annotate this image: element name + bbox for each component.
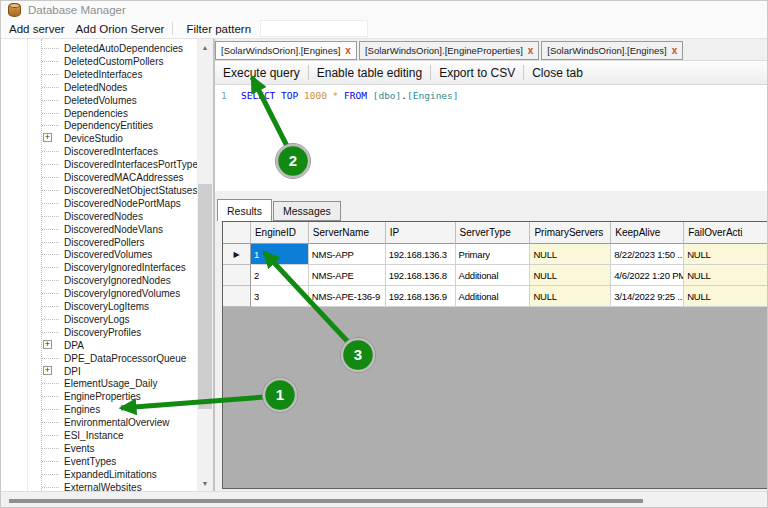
tab-results[interactable]: Results: [217, 199, 272, 221]
close-tab-icon[interactable]: x: [528, 46, 534, 56]
column-header-ip[interactable]: IP: [386, 222, 456, 244]
tree-item-discoveryignorednodes[interactable]: DiscoveryIgnoredNodes: [1, 274, 213, 287]
tree-item-discoveryignoredinterfaces[interactable]: DiscoveryIgnoredInterfaces: [1, 261, 213, 274]
tree-item-discoverylogitems[interactable]: DiscoveryLogItems: [1, 300, 213, 313]
grid-cell[interactable]: 192.168.136.9: [386, 286, 456, 307]
grid-cell[interactable]: 8/22/2023 1:50 ...: [611, 244, 684, 265]
scroll-down-icon[interactable]: ▼: [197, 475, 213, 491]
row-header[interactable]: ▶: [223, 244, 251, 265]
tree-item-deletedvolumes[interactable]: DeletedVolumes: [1, 94, 213, 107]
tree-item-discoverednetobjectstatuses[interactable]: DiscoveredNetObjectStatuses: [1, 184, 213, 197]
grid-cell[interactable]: Additional: [456, 286, 531, 307]
tree-item-discoveredpollers[interactable]: DiscoveredPollers: [1, 236, 213, 249]
sql-token-number: 1000: [304, 90, 327, 101]
doc-tab-2[interactable]: [SolarWindsOrion].[Engines]x: [541, 41, 683, 60]
tree-connector: [42, 242, 59, 243]
tree-item-dpa[interactable]: +DPA: [1, 339, 213, 352]
expand-icon[interactable]: +: [43, 133, 52, 142]
scroll-up-icon[interactable]: ▲: [197, 39, 213, 55]
tree-item-discoveredvolumes[interactable]: DiscoveredVolumes: [1, 248, 213, 261]
column-header-servername[interactable]: ServerName: [309, 222, 386, 244]
tree-scrollbar[interactable]: ▲ ▼: [197, 39, 213, 491]
grid-cell[interactable]: Primary: [456, 244, 531, 265]
doc-tab-0[interactable]: [SolarWindsOrion].[Engines]x: [215, 41, 357, 60]
tree-item-dependencyentities[interactable]: DependencyEntities: [1, 119, 213, 132]
grid-cell[interactable]: 4/6/2022 1:20 PM: [611, 265, 684, 286]
tree-item-expandedlimitations[interactable]: ExpandedLimitations: [1, 468, 213, 481]
execute-query-button[interactable]: Execute query: [215, 66, 308, 80]
grid-cell[interactable]: NULL: [684, 244, 768, 265]
close-tab-button[interactable]: Close tab: [524, 66, 591, 80]
grid-cell[interactable]: 3/14/2022 9:25 ...: [611, 286, 684, 307]
tree-scrollbar-thumb[interactable]: [198, 184, 212, 409]
add-server-menu-item[interactable]: Add server: [6, 23, 68, 35]
tree-item-discoveredmacaddresses[interactable]: DiscoveredMACAddresses: [1, 171, 213, 184]
grid-cell[interactable]: NULL: [684, 265, 768, 286]
tree-item-discoverylogs[interactable]: DiscoveryLogs: [1, 313, 213, 326]
grid-cell[interactable]: NULL: [530, 265, 611, 286]
grid-cell[interactable]: Additional: [456, 265, 531, 286]
tree-item-discoveryprofiles[interactable]: DiscoveryProfiles: [1, 326, 213, 339]
close-tab-icon[interactable]: x: [672, 46, 678, 56]
column-header-servertype[interactable]: ServerType: [456, 222, 531, 244]
tree-item-deletednodes[interactable]: DeletedNodes: [1, 81, 213, 94]
expand-icon[interactable]: +: [43, 340, 52, 349]
tree-item-elementusage-daily[interactable]: ElementUsage_Daily: [1, 377, 213, 390]
grid-cell[interactable]: 192.168.136.3: [386, 244, 456, 265]
tree-item-discoveredinterfacesporttypes[interactable]: DiscoveredInterfacesPortTypes: [1, 158, 213, 171]
column-header-keepalive[interactable]: KeepAlive: [611, 222, 684, 244]
grid-cell[interactable]: NULL: [684, 286, 768, 307]
tree-item-label: DiscoveryLogItems: [64, 300, 149, 313]
tree-item-dpi[interactable]: +DPI: [1, 365, 213, 378]
close-tab-icon[interactable]: x: [345, 46, 351, 56]
tree-item-discoveredinterfaces[interactable]: DiscoveredInterfaces: [1, 145, 213, 158]
grid-cell[interactable]: NMS-APE-136-9: [309, 286, 386, 307]
column-header-primaryservers[interactable]: PrimaryServers: [530, 222, 611, 244]
tree-item-esi-instance[interactable]: ESI_Instance: [1, 429, 213, 442]
tab-messages[interactable]: Messages: [273, 201, 341, 221]
export-to-csv-button[interactable]: Export to CSV: [431, 66, 523, 80]
column-header-failoveracti[interactable]: FailOverActi: [684, 222, 768, 244]
doc-tab-1[interactable]: [SolarWindsOrion].[EngineProperties]x: [359, 41, 539, 60]
tree-item-dpe-dataprocessorqueue[interactable]: DPE_DataProcessorQueue: [1, 352, 213, 365]
column-header-engineid[interactable]: EngineID: [251, 222, 309, 244]
grid-cell[interactable]: 2: [251, 265, 309, 286]
tree-item-events[interactable]: Events: [1, 442, 213, 455]
tree-item-dependencies[interactable]: Dependencies: [1, 107, 213, 120]
tree-item-label: Events: [64, 442, 95, 455]
tree-connector: [42, 151, 59, 152]
sql-editor[interactable]: 1 SELECT TOP 1000 * FROM [dbo].[Engines]: [215, 85, 768, 191]
row-selector-header[interactable]: [223, 222, 251, 244]
enable-table-editing-button[interactable]: Enable table editing: [309, 66, 430, 80]
tree-item-label: DiscoveredNetObjectStatuses: [64, 184, 197, 197]
tree-item-discoverednodeportmaps[interactable]: DiscoveredNodePortMaps: [1, 197, 213, 210]
filter-pattern-input[interactable]: [260, 20, 368, 37]
tree-item-externalwebsites[interactable]: ExternalWebsites: [1, 481, 213, 491]
grid-cell[interactable]: NULL: [530, 244, 611, 265]
grid-cell[interactable]: NULL: [530, 286, 611, 307]
tree-item-engines[interactable]: Engines: [1, 403, 213, 416]
row-header[interactable]: [223, 286, 251, 307]
tree-item-discoverednodevlans[interactable]: DiscoveredNodeVlans: [1, 223, 213, 236]
tree-item-deletedcustompollers[interactable]: DeletedCustomPollers: [1, 55, 213, 68]
grid-cell[interactable]: NMS-APE: [309, 265, 386, 286]
horizontal-scrollbar-thumb[interactable]: [9, 499, 643, 503]
tree-item-discoveryignoredvolumes[interactable]: DiscoveryIgnoredVolumes: [1, 287, 213, 300]
expand-icon[interactable]: +: [43, 366, 52, 375]
tree-item-deletedinterfaces[interactable]: DeletedInterfaces: [1, 68, 213, 81]
tree-item-deletedautodependencies[interactable]: DeletedAutoDependencies: [1, 42, 213, 55]
tree-item-discoverednodes[interactable]: DiscoveredNodes: [1, 210, 213, 223]
grid-cell[interactable]: 1: [251, 244, 309, 265]
tree-item-engineproperties[interactable]: EngineProperties: [1, 390, 213, 403]
tree-item-environmentaloverview[interactable]: EnvironmentalOverview: [1, 416, 213, 429]
table-row: 3NMS-APE-136-9192.168.136.9AdditionalNUL…: [223, 286, 768, 307]
tree-connector: [42, 435, 59, 436]
horizontal-scrollbar[interactable]: [1, 491, 768, 508]
tree-item-eventtypes[interactable]: EventTypes: [1, 455, 213, 468]
grid-cell[interactable]: NMS-APP: [309, 244, 386, 265]
add-orion-server-menu-item[interactable]: Add Orion Server: [73, 23, 168, 35]
grid-cell[interactable]: 192.168.136.8: [386, 265, 456, 286]
tree-item-devicestudio[interactable]: +DeviceStudio: [1, 132, 213, 145]
row-header[interactable]: [223, 265, 251, 286]
grid-cell[interactable]: 3: [251, 286, 309, 307]
